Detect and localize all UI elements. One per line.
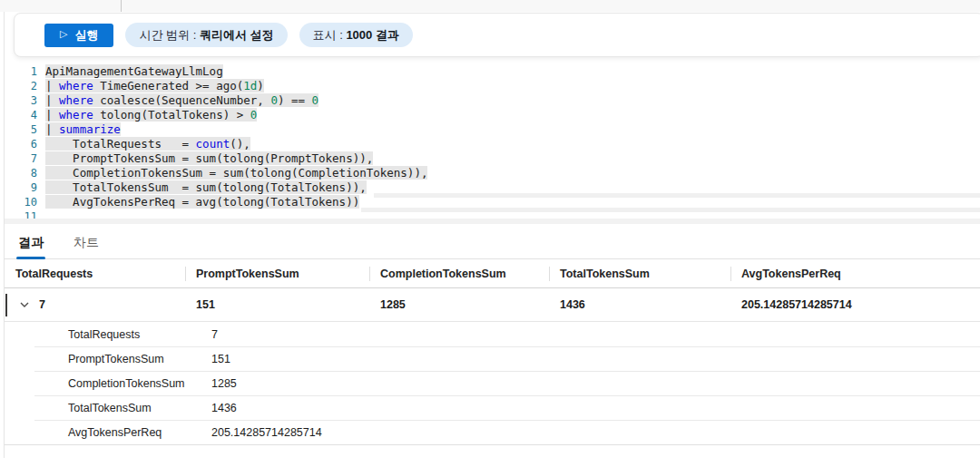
result-cell: 7 <box>5 288 185 321</box>
results-tabbar: 결과 차트 <box>5 227 980 259</box>
code-text: PromptTokensSum = sum(tolong(PromptToken… <box>37 151 373 166</box>
detail-label: AvgTokensPerReq <box>68 426 211 439</box>
kql-query-editor[interactable]: 1ApiManagementGatewayLlmLog2| where Time… <box>5 64 980 224</box>
editor-line[interactable]: 6 TotalRequests = count(), <box>5 137 980 151</box>
detail-row[interactable]: PromptTokensSum151 <box>5 346 980 371</box>
code-text: ApiManagementGatewayLlmLog <box>37 64 223 79</box>
line-number: 5 <box>5 122 37 137</box>
editor-line[interactable]: 4| where tolong(TotalTokens) > 0 <box>5 108 980 122</box>
code-text: | summarize <box>37 122 121 137</box>
tab-chart[interactable]: 차트 <box>74 227 99 259</box>
column-header[interactable]: TotalRequests <box>5 259 185 287</box>
column-header[interactable]: AvgTokensPerReq <box>730 259 980 287</box>
column-header[interactable]: TotalTokensSum <box>549 259 730 287</box>
detail-row[interactable]: TotalRequests7 <box>5 322 980 346</box>
result-limit-prefix: 표시 : <box>313 27 347 44</box>
chevron-down-icon <box>19 299 30 310</box>
cell-value: 1285 <box>369 298 549 311</box>
line-number: 10 <box>5 195 37 209</box>
row-expander[interactable] <box>17 297 32 312</box>
table-bottom-border <box>5 444 980 445</box>
query-toolbar: ▷ 실행 시간 범위 : 쿼리에서 설정 표시 : 1000 결과 <box>14 13 980 57</box>
line-number: 3 <box>5 93 37 108</box>
line-number: 6 <box>5 137 37 151</box>
detail-row[interactable]: CompletionTokensSum1285 <box>5 371 980 395</box>
tab-results[interactable]: 결과 <box>18 227 44 259</box>
selection-overflow-strip <box>361 208 980 212</box>
cell-value: 151 <box>185 298 369 311</box>
time-range-pill[interactable]: 시간 범위 : 쿼리에서 설정 <box>125 23 287 47</box>
detail-value: 1285 <box>211 377 237 390</box>
column-header[interactable]: CompletionTokensSum <box>369 259 549 287</box>
editor-line[interactable]: 5| summarize <box>5 122 980 137</box>
code-text: | where TimeGenerated >= ago(1d) <box>37 79 264 93</box>
results-table-header: TotalRequestsPromptTokensSumCompletionTo… <box>5 259 980 288</box>
detail-value: 205.14285714285714 <box>211 426 322 439</box>
code-text: | where coalesce(SequenceNumber, 0) == 0 <box>37 93 318 108</box>
line-number: 2 <box>5 79 37 93</box>
editor-line[interactable]: 1ApiManagementGatewayLlmLog <box>5 64 980 79</box>
line-number: 4 <box>5 108 37 122</box>
editor-line[interactable]: 7 PromptTokensSum = sum(tolong(PromptTok… <box>5 151 980 166</box>
detail-value: 1436 <box>211 402 237 414</box>
editor-line[interactable]: 8 CompletionTokensSum = sum(tolong(Compl… <box>5 166 980 180</box>
cell-value: 7 <box>39 298 45 311</box>
run-button-label: 실행 <box>74 27 98 44</box>
line-number: 9 <box>5 180 37 195</box>
cell-value: 1436 <box>549 298 730 311</box>
cell-value: 205.14285714285714 <box>730 298 980 311</box>
detail-label: TotalTokensSum <box>68 402 211 414</box>
row-detail-panel: TotalRequests7PromptTokensSum151Completi… <box>5 322 980 444</box>
code-text: TotalRequests = count(), <box>37 137 250 151</box>
run-query-button[interactable]: ▷ 실행 <box>44 24 113 47</box>
tab-divider <box>121 0 122 12</box>
result-row[interactable]: 715112851436205.14285714285714 <box>5 288 980 322</box>
code-text: AvgTokensPerReq = avg(tolong(TotalTokens… <box>37 195 359 209</box>
selection-overflow-strip <box>374 193 980 198</box>
detail-label: CompletionTokensSum <box>68 377 211 390</box>
detail-label: PromptTokensSum <box>68 353 211 365</box>
result-limit-pill[interactable]: 표시 : 1000 결과 <box>299 23 413 47</box>
selected-row-indicator <box>5 294 7 316</box>
detail-value: 151 <box>211 353 230 365</box>
play-icon: ▷ <box>60 28 67 40</box>
time-range-value: 쿼리에서 설정 <box>200 27 274 44</box>
detail-value: 7 <box>211 328 218 341</box>
top-tab-bar-remnant <box>0 0 980 12</box>
detail-row[interactable]: TotalTokensSum1436 <box>5 395 980 420</box>
code-text: TotalTokensSum = sum(tolong(TotalTokens)… <box>37 180 367 195</box>
detail-label: TotalRequests <box>68 328 211 341</box>
column-header[interactable]: PromptTokensSum <box>185 259 369 287</box>
tab-results-label: 결과 <box>18 235 44 251</box>
code-text: CompletionTokensSum = sum(tolong(Complet… <box>37 166 427 180</box>
result-limit-value: 1000 결과 <box>346 27 399 44</box>
code-text: | where tolong(TotalTokens) > 0 <box>37 108 257 122</box>
line-number: 7 <box>5 151 37 166</box>
editor-bottom-band <box>5 219 980 224</box>
time-range-prefix: 시간 범위 : <box>139 27 199 44</box>
line-number: 8 <box>5 166 37 180</box>
logs-query-page: ▷ 실행 시간 범위 : 쿼리에서 설정 표시 : 1000 결과 1ApiMa… <box>0 0 980 467</box>
detail-row[interactable]: AvgTokensPerReq205.14285714285714 <box>5 420 980 444</box>
line-number: 1 <box>5 64 37 79</box>
tab-chart-label: 차트 <box>74 235 99 251</box>
editor-line[interactable]: 3| where coalesce(SequenceNumber, 0) == … <box>5 93 980 108</box>
editor-line[interactable]: 2| where TimeGenerated >= ago(1d) <box>5 79 980 93</box>
